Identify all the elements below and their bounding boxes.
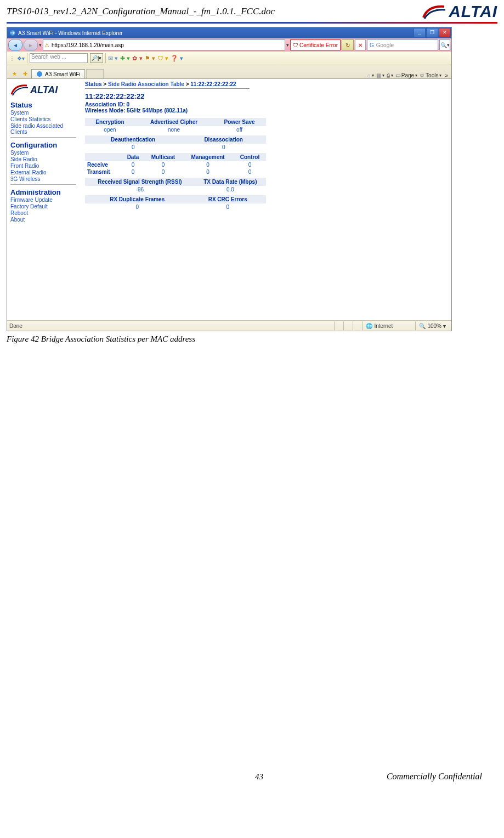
clover-red-icon[interactable]: ✿ ▾: [132, 55, 142, 62]
command-bar: ⌂▾ ▦▾ ⎙▾ ▭Page▾ ⚙Tools▾ »: [367, 72, 451, 78]
search-web-input[interactable]: Search web ...: [30, 53, 88, 63]
flag-icon[interactable]: ⚑ ▾: [145, 55, 155, 62]
close-button[interactable]: ✕: [439, 28, 451, 38]
th-control: Control: [234, 153, 266, 161]
th-txrate: TX Data Rate (Mbps): [195, 178, 266, 186]
th-deauth: Deauthentication: [85, 135, 181, 144]
browser-toolbar: ⋮ ❖▾ Search web ... 🔎|▾ ✉ ▾ ✚ ▾ ✿ ▾ ⚑ ▾ …: [7, 52, 451, 65]
plus-green-icon[interactable]: ✚ ▾: [120, 55, 130, 62]
maximize-button[interactable]: ❐: [426, 28, 438, 38]
back-button[interactable]: ◄: [8, 39, 22, 51]
browser-navbar: ◄ ► ▾ ⚠ https://192.168.1.20/main.asp ▾ …: [7, 38, 451, 52]
row-transmit: Transmit: [85, 168, 122, 175]
td: 0: [182, 161, 234, 168]
td: 0: [234, 161, 266, 168]
nav-link-cfg-system[interactable]: System: [10, 150, 76, 156]
page-icon: ▭: [395, 72, 400, 78]
tab-active[interactable]: A3 Smart WiFi: [31, 69, 85, 78]
window-title: A3 Smart WiFi - Windows Internet Explore…: [18, 30, 123, 36]
nav-dropdown-icon[interactable]: ▾: [39, 42, 42, 48]
arrow-right-icon: ►: [28, 42, 33, 48]
add-favorite-icon[interactable]: ✚: [20, 69, 30, 78]
status-zone[interactable]: 🌐Internet: [362, 321, 413, 330]
nav-heading-config: Configuration: [10, 141, 76, 149]
certificate-error-badge[interactable]: 🛡 Certificate Error: [290, 39, 341, 50]
tab-label: A3 Smart WiFi: [45, 71, 80, 77]
status-cell-blank: [334, 321, 341, 330]
nav-divider: [10, 137, 76, 138]
mail-icon[interactable]: ✉ ▾: [108, 55, 118, 62]
address-bar[interactable]: ⚠ https://192.168.1.20/main.asp: [43, 39, 285, 50]
th-encryption: Encryption: [85, 118, 135, 126]
feed-button[interactable]: ▦▾: [376, 72, 384, 78]
security-warning-icon: ⚠: [44, 42, 49, 48]
figure-caption: Figure 42 Bridge Association Statistics …: [7, 335, 497, 344]
nav-link-firmware[interactable]: Firmware Update: [10, 197, 76, 203]
search-web-go[interactable]: 🔎|▾: [90, 53, 103, 63]
status-zoom[interactable]: 🔍100% ▾: [415, 321, 449, 330]
nav-link-cfg-3g[interactable]: 3G Wireless: [10, 176, 76, 182]
tab-bar: ★ ✚ A3 Smart WiFi ⌂▾ ▦▾ ⎙▾ ▭Page▾ ⚙Tools…: [7, 65, 451, 79]
td-disassoc: 0: [181, 144, 266, 151]
cert-error-label: Certificate Error: [299, 42, 338, 48]
th-disassoc: Disassociation: [181, 135, 266, 144]
more-commands-icon[interactable]: »: [444, 72, 449, 78]
help-icon[interactable]: ❓ ▾: [171, 55, 183, 62]
nav-link-cfg-side-radio[interactable]: Side Radio: [10, 156, 76, 162]
zone-label: Internet: [374, 323, 393, 329]
altai-logo-text: ALTAI: [449, 2, 497, 21]
addr-dropdown-icon[interactable]: ▾: [286, 42, 289, 48]
nav-divider: [10, 184, 76, 185]
home-button[interactable]: ⌂▾: [367, 72, 374, 78]
nav-link-cfg-front-radio[interactable]: Front Radio: [10, 163, 76, 169]
forward-button[interactable]: ►: [24, 39, 38, 51]
toolbar-app-icon[interactable]: ❖▾: [17, 55, 25, 61]
new-tab-button[interactable]: [86, 69, 104, 78]
td: 0: [234, 168, 266, 175]
left-nav: ALTAI Status System Clients Statistics S…: [7, 79, 80, 320]
tools-menu[interactable]: ⚙Tools▾: [420, 72, 441, 78]
nav-link-about[interactable]: About: [10, 217, 76, 223]
th-rx-crc: RX CRC Errors: [189, 195, 266, 203]
window-titlebar: A3 Smart WiFi - Windows Internet Explore…: [7, 27, 451, 38]
google-icon: G: [370, 42, 374, 48]
favorites-star-icon[interactable]: ★: [9, 69, 19, 78]
refresh-icon: ↻: [346, 42, 350, 48]
minimize-button[interactable]: _: [414, 28, 426, 38]
nav-link-side-radio-clients[interactable]: Side radio Associated Clients: [10, 123, 76, 135]
td: 0: [144, 168, 183, 175]
refresh-button[interactable]: ↻: [342, 39, 354, 50]
nav-link-cfg-external-radio[interactable]: External Radio: [10, 169, 76, 175]
nav-link-clients-stats[interactable]: Clients Statistics: [10, 116, 76, 122]
td-txrate: 0.0: [195, 186, 266, 193]
th-cipher: Advertised Cipher: [135, 118, 213, 126]
stop-button[interactable]: ✕: [355, 39, 366, 50]
td: 0: [144, 161, 183, 168]
browser-search-box[interactable]: G Google: [367, 39, 438, 50]
x-icon: ✕: [358, 42, 363, 48]
td: 0: [122, 168, 144, 175]
nav-link-system[interactable]: System: [10, 110, 76, 116]
breadcrumb-rule: [85, 88, 250, 89]
nav-link-reboot[interactable]: Reboot: [10, 210, 76, 216]
breadcrumb-link[interactable]: Side Radio Association Table: [108, 81, 184, 87]
page-menu-label: Page: [401, 72, 414, 78]
th-powersave: Power Save: [213, 118, 266, 126]
page-header: TPS10-013_rev1.2_A2N_Configuration_Manua…: [0, 0, 504, 21]
search-go-button[interactable]: 🔍▾: [439, 39, 450, 50]
page-menu[interactable]: ▭Page▾: [395, 72, 417, 78]
page-number: 43: [255, 772, 263, 782]
td: 0: [122, 161, 144, 168]
search-web-placeholder: Search web ...: [31, 54, 66, 60]
zoom-label: 100%: [427, 323, 441, 329]
main-panel: Status > Side Radio Association Table > …: [80, 79, 451, 320]
nav-link-factory-default[interactable]: Factory Default: [10, 203, 76, 210]
th-rx-dup: RX Duplicate Frames: [85, 195, 189, 203]
th-data: Data: [122, 153, 144, 161]
table-encryption: EncryptionAdvertised CipherPower Save op…: [85, 118, 266, 133]
browser-screenshot: A3 Smart WiFi - Windows Internet Explore…: [7, 27, 452, 331]
print-button[interactable]: ⎙▾: [387, 72, 393, 78]
association-id: Association ID: 0: [85, 101, 446, 107]
th-multicast: Multicast: [144, 153, 183, 161]
shield-icon[interactable]: 🛡 ▾: [157, 55, 168, 62]
